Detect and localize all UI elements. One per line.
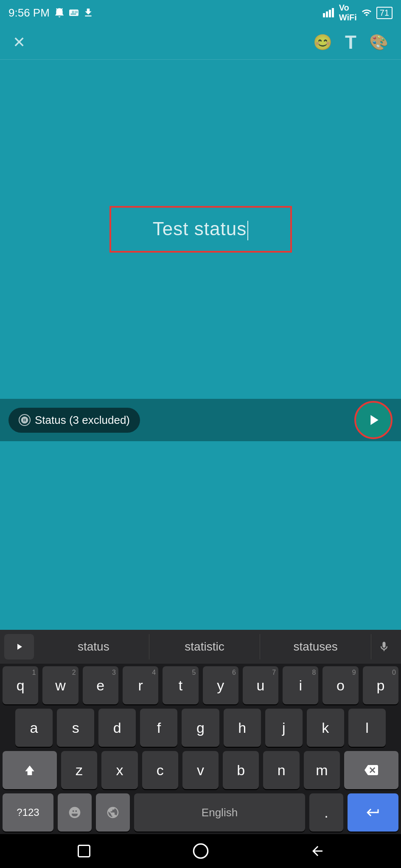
key-g[interactable]: g bbox=[182, 709, 219, 747]
home-icon bbox=[192, 843, 209, 860]
key-s[interactable]: s bbox=[57, 709, 94, 747]
svg-rect-1 bbox=[326, 11, 328, 17]
shift-icon bbox=[23, 763, 36, 777]
nav-back-button[interactable] bbox=[307, 840, 328, 862]
shift-key[interactable] bbox=[3, 751, 57, 789]
backspace-icon bbox=[365, 763, 378, 777]
key-w[interactable]: 2w bbox=[42, 666, 78, 704]
key-k[interactable]: k bbox=[307, 709, 344, 747]
key-e[interactable]: 3e bbox=[83, 666, 118, 704]
suggestion-expand-button[interactable] bbox=[4, 634, 34, 659]
key-v[interactable]: v bbox=[182, 751, 219, 789]
enter-key[interactable] bbox=[348, 793, 398, 832]
key-o[interactable]: 9o bbox=[322, 666, 358, 704]
toolbar: ✕ 😊 T 🎨 bbox=[0, 25, 401, 59]
bottom-row: ?123 English . bbox=[0, 793, 401, 834]
svg-rect-4 bbox=[78, 846, 90, 857]
key-l[interactable]: l bbox=[348, 709, 386, 747]
key-q[interactable]: 1q bbox=[3, 666, 38, 704]
vowifi-label: VoWiFi bbox=[339, 3, 357, 22]
key-r[interactable]: 4r bbox=[123, 666, 158, 704]
suggestion-2[interactable]: statistic bbox=[149, 634, 261, 659]
nav-home-button[interactable] bbox=[190, 840, 211, 862]
svg-rect-2 bbox=[329, 10, 331, 17]
keyboard-icon bbox=[68, 7, 79, 18]
key-n[interactable]: n bbox=[263, 751, 299, 789]
key-u[interactable]: 7u bbox=[243, 666, 278, 704]
suggestion-1[interactable]: status bbox=[38, 634, 149, 659]
key-c[interactable]: c bbox=[142, 751, 178, 789]
palette-button[interactable]: 🎨 bbox=[369, 33, 388, 51]
nav-recents-button[interactable] bbox=[73, 840, 95, 862]
period-key[interactable]: . bbox=[309, 793, 343, 832]
send-button[interactable] bbox=[354, 401, 393, 439]
text-cursor bbox=[247, 221, 248, 240]
key-f[interactable]: f bbox=[140, 709, 177, 747]
emoji-key[interactable] bbox=[58, 793, 92, 832]
nav-bar bbox=[0, 834, 401, 868]
text-input-value: Test status bbox=[153, 218, 248, 240]
recents-icon bbox=[76, 843, 92, 859]
status-bar: 9:56 PM VoWiFi 71 bbox=[0, 0, 401, 25]
text-button[interactable]: T bbox=[345, 32, 356, 53]
close-button[interactable]: ✕ bbox=[13, 33, 25, 51]
keyboard: status statistic statuses 1q 2w 3e 4r 5t… bbox=[0, 630, 401, 868]
svg-rect-3 bbox=[332, 8, 334, 17]
key-row-1: 1q 2w 3e 4r 5t 6y 7u 8i 9o 0p bbox=[3, 666, 398, 704]
sym-key[interactable]: ?123 bbox=[3, 793, 53, 832]
send-icon bbox=[365, 412, 382, 428]
toolbar-left: ✕ bbox=[13, 33, 25, 51]
key-row-3: z x c v b n m bbox=[3, 751, 398, 789]
download-icon bbox=[83, 7, 94, 18]
text-input-box[interactable]: Test status bbox=[109, 206, 292, 253]
key-row-2: a s d f g h j k l bbox=[3, 709, 398, 747]
suggestions-row: status statistic statuses bbox=[0, 630, 401, 664]
suggestion-3[interactable]: statuses bbox=[260, 634, 371, 659]
status-chip[interactable]: Status (3 excluded) bbox=[8, 408, 140, 433]
key-i[interactable]: 8i bbox=[283, 666, 318, 704]
battery-label: 71 bbox=[376, 7, 393, 19]
svg-rect-0 bbox=[323, 13, 325, 17]
signal-icon bbox=[323, 8, 336, 17]
enter-icon bbox=[365, 805, 381, 820]
status-chip-label: Status (3 excluded) bbox=[35, 414, 130, 427]
status-right-icons: VoWiFi 71 bbox=[323, 3, 393, 22]
mic-icon bbox=[378, 641, 390, 653]
status-icons bbox=[54, 7, 94, 18]
alarm-icon bbox=[54, 7, 65, 18]
emoji-icon bbox=[68, 806, 81, 819]
backspace-key[interactable] bbox=[344, 751, 398, 789]
key-z[interactable]: z bbox=[61, 751, 97, 789]
status-time-group: 9:56 PM bbox=[8, 6, 94, 19]
expand-icon bbox=[14, 642, 24, 652]
canvas-area: Test status bbox=[0, 60, 401, 399]
key-a[interactable]: a bbox=[15, 709, 53, 747]
mic-button[interactable] bbox=[371, 634, 397, 659]
status-chip-icon bbox=[19, 414, 31, 426]
back-icon bbox=[310, 843, 325, 859]
emoji-button[interactable]: 😊 bbox=[313, 33, 332, 51]
toolbar-right: 😊 T 🎨 bbox=[313, 32, 388, 53]
globe-key[interactable] bbox=[96, 793, 130, 832]
svg-point-5 bbox=[193, 844, 208, 858]
globe-icon bbox=[106, 806, 120, 819]
key-rows: 1q 2w 3e 4r 5t 6y 7u 8i 9o 0p a s d f g … bbox=[0, 664, 401, 789]
key-j[interactable]: j bbox=[265, 709, 303, 747]
key-p[interactable]: 0p bbox=[363, 666, 398, 704]
time-label: 9:56 PM bbox=[8, 6, 50, 19]
key-d[interactable]: d bbox=[98, 709, 136, 747]
key-h[interactable]: h bbox=[224, 709, 261, 747]
key-t[interactable]: 5t bbox=[163, 666, 198, 704]
key-m[interactable]: m bbox=[304, 751, 340, 789]
key-x[interactable]: x bbox=[101, 751, 137, 789]
wifi-icon bbox=[360, 8, 373, 18]
key-b[interactable]: b bbox=[223, 751, 259, 789]
action-bar: Status (3 excluded) bbox=[0, 399, 401, 441]
space-key[interactable]: English bbox=[134, 793, 305, 832]
key-y[interactable]: 6y bbox=[203, 666, 238, 704]
